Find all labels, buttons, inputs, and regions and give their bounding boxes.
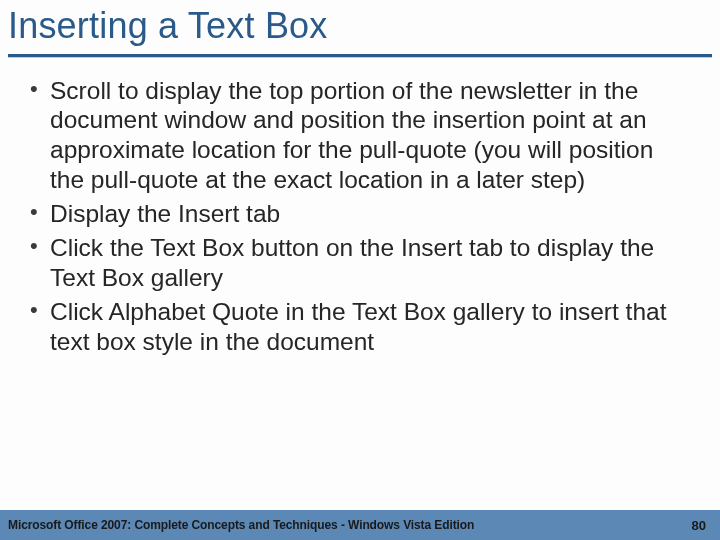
list-item: Display the Insert tab [26,199,694,229]
bullet-list: Scroll to display the top portion of the… [26,76,694,357]
slide-title: Inserting a Text Box [0,0,720,52]
footer-bar: Microsoft Office 2007: Complete Concepts… [0,510,720,540]
slide: Inserting a Text Box Scroll to display t… [0,0,720,540]
footer-text: Microsoft Office 2007: Complete Concepts… [8,518,474,532]
page-number: 80 [692,518,706,533]
body-area: Scroll to display the top portion of the… [0,58,720,357]
list-item: Click Alphabet Quote in the Text Box gal… [26,297,694,357]
list-item: Click the Text Box button on the Insert … [26,233,694,293]
list-item: Scroll to display the top portion of the… [26,76,694,196]
